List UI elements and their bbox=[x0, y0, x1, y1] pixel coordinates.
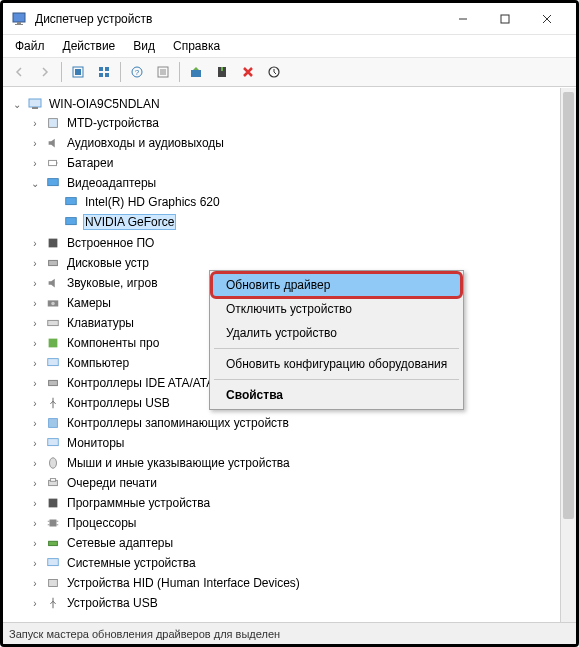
view-button[interactable] bbox=[92, 61, 116, 83]
chevron-right-icon[interactable]: › bbox=[29, 237, 41, 249]
chevron-right-icon[interactable]: › bbox=[29, 137, 41, 149]
tree-item[interactable]: ›Процессоры bbox=[29, 514, 574, 532]
maximize-button[interactable] bbox=[484, 5, 526, 33]
separator bbox=[61, 62, 62, 82]
tree-label: МТD-устройства bbox=[65, 116, 161, 130]
chevron-right-icon[interactable]: › bbox=[29, 497, 41, 509]
hid-icon bbox=[45, 575, 61, 591]
menu-update-driver[interactable]: Обновить драйвер bbox=[212, 273, 461, 297]
chevron-right-icon[interactable]: › bbox=[29, 477, 41, 489]
cpu-icon bbox=[45, 515, 61, 531]
chevron-right-icon[interactable]: › bbox=[29, 317, 41, 329]
controller-icon bbox=[45, 375, 61, 391]
tree-label: Мыши и иные указывающие устройства bbox=[65, 456, 292, 470]
tree-item[interactable]: ›МТD-устройства bbox=[29, 114, 574, 132]
chevron-right-icon[interactable]: › bbox=[29, 517, 41, 529]
chevron-right-icon[interactable]: › bbox=[29, 257, 41, 269]
tree-item[interactable]: ›Аудиовходы и аудиовыходы bbox=[29, 134, 574, 152]
minimize-button[interactable] bbox=[442, 5, 484, 33]
tree-label: Программные устройства bbox=[65, 496, 212, 510]
chevron-down-icon[interactable]: ⌄ bbox=[29, 177, 41, 189]
chevron-down-icon[interactable]: ⌄ bbox=[11, 98, 23, 110]
tree-label: Встроенное ПО bbox=[65, 236, 156, 250]
menu-help[interactable]: Справка bbox=[165, 37, 228, 55]
computer-icon bbox=[27, 96, 43, 112]
tree-label: Устройства HID (Human Interface Devices) bbox=[65, 576, 302, 590]
chevron-right-icon[interactable]: › bbox=[29, 357, 41, 369]
chevron-right-icon[interactable]: › bbox=[29, 157, 41, 169]
update-driver-button[interactable] bbox=[184, 61, 208, 83]
menu-scan-hardware[interactable]: Обновить конфигурацию оборудования bbox=[212, 352, 461, 376]
help-button[interactable]: ? bbox=[125, 61, 149, 83]
audio-icon bbox=[45, 135, 61, 151]
svg-rect-10 bbox=[105, 67, 109, 71]
chevron-right-icon[interactable]: › bbox=[29, 417, 41, 429]
tree-label: Контроллеры запоминающих устройств bbox=[65, 416, 291, 430]
tree-label: NVIDIA GeForce bbox=[83, 214, 176, 230]
svg-rect-24 bbox=[49, 119, 58, 128]
chevron-right-icon[interactable]: › bbox=[29, 397, 41, 409]
tree-item[interactable]: ›Системные устройства bbox=[29, 554, 574, 572]
chevron-right-icon[interactable]: › bbox=[29, 437, 41, 449]
svg-rect-36 bbox=[48, 359, 59, 366]
properties-button[interactable] bbox=[151, 61, 175, 83]
vertical-scrollbar[interactable] bbox=[560, 88, 576, 622]
menu-action[interactable]: Действие bbox=[55, 37, 124, 55]
svg-rect-39 bbox=[48, 439, 59, 446]
tree-item-intel[interactable]: Intel(R) HD Graphics 620 bbox=[47, 193, 574, 211]
tree-item[interactable]: ›Устройства HID (Human Interface Devices… bbox=[29, 574, 574, 592]
chevron-right-icon[interactable]: › bbox=[29, 337, 41, 349]
system-icon bbox=[45, 555, 61, 571]
tree-view[interactable]: ⌄ WIN-OIA9C5NDLAN ›МТD-устройства ›Аудио… bbox=[3, 87, 576, 622]
chevron-right-icon[interactable]: › bbox=[29, 457, 41, 469]
menu-delete-device[interactable]: Удалить устройство bbox=[212, 321, 461, 345]
tree-item[interactable]: ›Мониторы bbox=[29, 434, 574, 452]
chevron-right-icon[interactable]: › bbox=[29, 297, 41, 309]
tree-label: Устройства USB bbox=[65, 596, 160, 610]
uninstall-button[interactable] bbox=[236, 61, 260, 83]
menu-view[interactable]: Вид bbox=[125, 37, 163, 55]
monitor-icon bbox=[45, 435, 61, 451]
chevron-right-icon[interactable]: › bbox=[29, 117, 41, 129]
titlebar: Диспетчер устройств bbox=[3, 3, 576, 35]
scrollbar-thumb[interactable] bbox=[563, 92, 574, 519]
show-hidden-button[interactable] bbox=[66, 61, 90, 83]
chevron-right-icon[interactable]: › bbox=[29, 557, 41, 569]
tree-item[interactable]: ›Сетевые адаптеры bbox=[29, 534, 574, 552]
menu-properties[interactable]: Свойства bbox=[212, 383, 461, 407]
svg-rect-27 bbox=[48, 179, 59, 186]
chevron-right-icon[interactable]: › bbox=[29, 597, 41, 609]
disable-device-button[interactable] bbox=[210, 61, 234, 83]
separator bbox=[120, 62, 121, 82]
svg-rect-11 bbox=[99, 73, 103, 77]
tree-item[interactable]: ›Контроллеры запоминающих устройств bbox=[29, 414, 574, 432]
scan-hardware-button[interactable] bbox=[262, 61, 286, 83]
svg-rect-43 bbox=[49, 499, 58, 508]
tree-item[interactable]: ›Батареи bbox=[29, 154, 574, 172]
svg-rect-12 bbox=[105, 73, 109, 77]
tree-label: Батареи bbox=[65, 156, 115, 170]
menu-disable-device[interactable]: Отключить устройство bbox=[212, 297, 461, 321]
tree-item[interactable]: ›Встроенное ПО bbox=[29, 234, 574, 252]
storage-icon bbox=[45, 415, 61, 431]
tree-item-nvidia[interactable]: NVIDIA GeForce bbox=[47, 213, 574, 231]
tree-item[interactable]: ›Программные устройства bbox=[29, 494, 574, 512]
chevron-right-icon[interactable]: › bbox=[29, 277, 41, 289]
chevron-right-icon[interactable]: › bbox=[29, 537, 41, 549]
tree-label: Камеры bbox=[65, 296, 113, 310]
tree-item[interactable]: ›Очереди печати bbox=[29, 474, 574, 492]
tree-item[interactable]: ›Устройства USB bbox=[29, 594, 574, 612]
sound-icon bbox=[45, 275, 61, 291]
svg-rect-19 bbox=[191, 70, 201, 77]
tree-label: Системные устройства bbox=[65, 556, 198, 570]
forward-button[interactable] bbox=[33, 61, 57, 83]
menu-file[interactable]: Файл bbox=[7, 37, 53, 55]
chevron-right-icon[interactable]: › bbox=[29, 577, 41, 589]
tree-label: Видеоадаптеры bbox=[65, 176, 158, 190]
back-button[interactable] bbox=[7, 61, 31, 83]
chevron-right-icon[interactable]: › bbox=[29, 377, 41, 389]
tree-item-video[interactable]: ⌄Видеоадаптеры bbox=[29, 174, 574, 192]
tree-item[interactable]: ›Мыши и иные указывающие устройства bbox=[29, 454, 574, 472]
tree-root[interactable]: ⌄ WIN-OIA9C5NDLAN bbox=[11, 95, 574, 113]
close-button[interactable] bbox=[526, 5, 568, 33]
